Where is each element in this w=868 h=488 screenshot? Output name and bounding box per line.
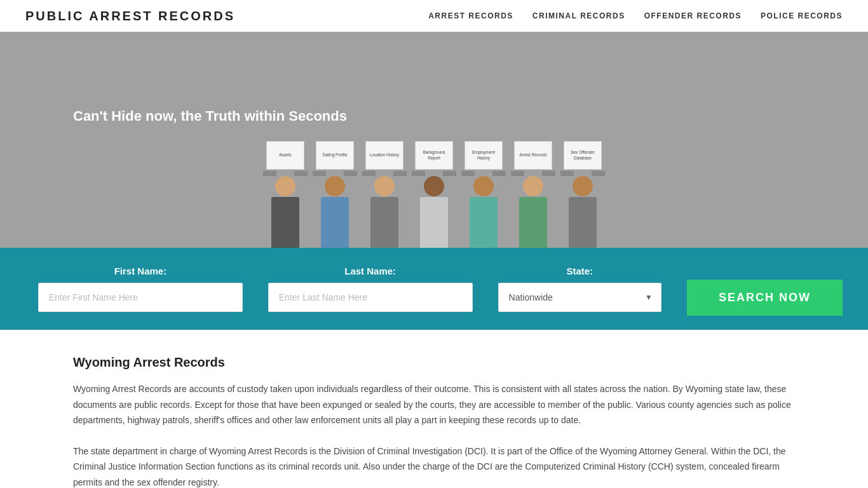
content-paragraph-2: The state department in charge of Wyomin… [73, 444, 795, 489]
last-name-label: Last Name: [344, 266, 396, 276]
sign-1: Assets [266, 141, 304, 170]
site-header: PUBLIC ARREST RECORDS ARREST RECORDS CRI… [0, 0, 868, 32]
search-bar: First Name: Last Name: State: Nationwide… [0, 248, 868, 330]
arms-1 [263, 171, 308, 176]
search-button[interactable]: SEARCH NOW [687, 280, 843, 316]
nav-criminal-records[interactable]: CRIMINAL RECORDS [532, 11, 625, 20]
state-label: State: [566, 266, 593, 276]
body-6 [519, 197, 547, 248]
content-paragraph-1: Wyoming Arrest Records are accounts of c… [73, 381, 795, 428]
figure-2: Dating Profile [313, 141, 357, 248]
state-select[interactable]: Nationwide Alabama Alaska Arizona Arkans… [498, 283, 661, 312]
sign-3: Location History [365, 141, 403, 170]
figure-4: Background Report [412, 141, 456, 248]
main-nav: ARREST RECORDS CRIMINAL RECORDS OFFENDER… [428, 11, 843, 20]
figure-6: Arrest Records [511, 141, 555, 248]
arms-7 [560, 171, 605, 176]
head-2 [325, 176, 345, 196]
body-5 [470, 197, 498, 248]
body-3 [370, 197, 398, 248]
last-name-field: Last Name: [255, 266, 485, 312]
arms-4 [412, 171, 456, 176]
body-2 [321, 197, 349, 248]
first-name-input[interactable] [38, 283, 243, 312]
sign-6: Arrest Records [514, 141, 552, 170]
hero-section: Can't Hide now, the Truth within Seconds… [0, 0, 868, 248]
body-7 [569, 197, 597, 248]
site-title: PUBLIC ARREST RECORDS [25, 9, 235, 24]
body-4 [420, 197, 448, 248]
figure-3: Location History [362, 141, 407, 248]
sign-7: Sex Offender Database [564, 141, 602, 170]
state-field: State: Nationwide Alabama Alaska Arizona… [485, 266, 674, 312]
sign-4: Background Report [415, 141, 453, 170]
sign-5: Employment History [465, 141, 503, 170]
head-3 [374, 176, 395, 196]
head-1 [275, 176, 295, 196]
arms-5 [461, 171, 506, 176]
arms-6 [511, 171, 555, 176]
sign-2: Dating Profile [316, 141, 354, 170]
nav-arrest-records[interactable]: ARREST RECORDS [428, 11, 513, 20]
nav-offender-records[interactable]: OFFENDER RECORDS [644, 11, 742, 20]
main-content: Wyoming Arrest Records Wyoming Arrest Re… [0, 330, 868, 488]
head-4 [424, 176, 444, 196]
figure-5: Employment History [461, 141, 506, 248]
state-select-wrapper: Nationwide Alabama Alaska Arizona Arkans… [498, 283, 661, 312]
head-6 [523, 176, 543, 196]
last-name-input[interactable] [268, 283, 473, 312]
hero-tagline: Can't Hide now, the Truth within Seconds [73, 108, 347, 125]
figure-1: Assets [263, 141, 308, 248]
search-button-wrapper: SEARCH NOW [674, 262, 843, 316]
hero-illustration: Assets Dating Profile Location History B… [0, 32, 868, 248]
body-1 [271, 197, 299, 248]
content-heading: Wyoming Arrest Records [73, 355, 795, 370]
nav-police-records[interactable]: POLICE RECORDS [761, 11, 843, 20]
head-7 [573, 176, 593, 196]
first-name-label: First Name: [114, 266, 167, 276]
first-name-field: First Name: [25, 266, 255, 312]
arms-3 [362, 171, 407, 176]
arms-2 [313, 171, 357, 176]
figure-7: Sex Offender Database [560, 141, 605, 248]
head-5 [473, 176, 494, 196]
